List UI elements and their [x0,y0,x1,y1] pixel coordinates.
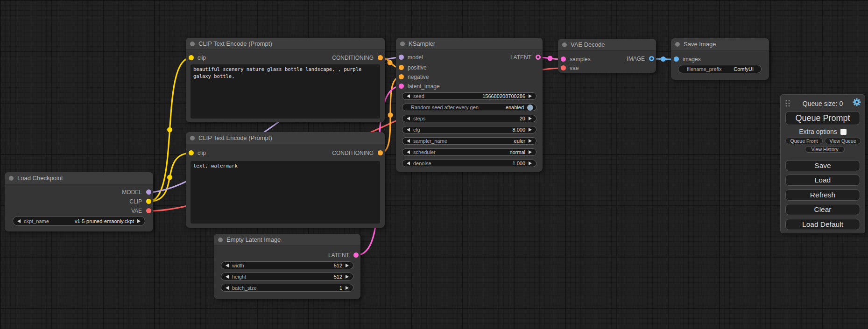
batch-size-widget[interactable]: batch_size 1 [221,284,353,292]
queue-front-button[interactable]: Queue Front [785,138,823,144]
node-title: CLIP Text Encode (Prompt) [198,38,272,50]
output-slot-model: MODEL [5,189,153,196]
toggle-knob-icon[interactable] [527,105,533,111]
denoise-widget[interactable]: denoise 1.000 [402,160,536,167]
node-title: KSampler [409,38,435,50]
positive-input-dot[interactable] [399,65,404,70]
scheduler-widget[interactable]: scheduler normal [402,148,536,156]
load-button[interactable]: Load [785,175,860,186]
node-title-bar[interactable]: VAE Decode [558,39,656,51]
node-title: Save Image [684,38,716,50]
filename-prefix-widget[interactable]: filename_prefix ComfyUI [678,65,762,73]
image-output-dot[interactable] [649,56,654,61]
link-midpoint-dot [661,56,666,62]
steps-widget[interactable]: steps 20 [402,115,536,122]
output-slot-conditioning: CONDITIONING [186,150,385,156]
extra-options-checkbox[interactable] [840,129,847,135]
decrement-arrow-icon[interactable] [226,286,229,290]
node-graph-canvas[interactable]: Load Checkpoint MODEL CLIP VAE ckpt_name… [0,0,868,329]
clear-button[interactable]: Clear [785,204,860,215]
vae-output-dot[interactable] [146,208,151,213]
increment-arrow-icon[interactable] [346,264,349,267]
node-title-bar[interactable]: Load Checkpoint [5,172,153,184]
decrement-arrow-icon[interactable] [17,219,21,223]
clip-output-dot[interactable] [146,199,151,204]
random-seed-toggle-widget[interactable]: Random seed after every gen enabled [402,104,536,111]
prompt-textarea[interactable]: text, watermark [191,161,380,224]
load-default-button[interactable]: Load Default [785,219,860,230]
increment-arrow-icon[interactable] [529,150,532,154]
collapse-dot-icon[interactable] [190,42,195,46]
latent-image-input-dot[interactable] [399,84,404,89]
collapse-dot-icon[interactable] [218,238,223,242]
seed-widget[interactable]: seed 156680208700286 [402,92,536,100]
vae-input-dot[interactable] [561,65,566,70]
view-queue-button[interactable]: View Queue [825,138,861,144]
height-widget[interactable]: height 512 [221,273,353,280]
sampler-name-widget[interactable]: sampler_name euler [402,137,536,145]
queue-prompt-button[interactable]: Queue Prompt [785,111,860,125]
decrement-arrow-icon[interactable] [407,150,410,154]
width-widget[interactable]: width 512 [221,261,353,269]
node-empty-latent-image[interactable]: Empty Latent Image LATENT width 512 heig… [214,234,360,299]
collapse-dot-icon[interactable] [562,42,567,47]
node-vae-decode[interactable]: VAE Decode samples IMAGE vae [558,39,656,73]
input-slot-vae: vae [558,65,656,71]
node-title: VAE Decode [571,39,605,51]
link-midpoint-dot [167,175,172,180]
link-midpoint-dot [388,60,393,65]
node-title-bar[interactable]: Empty Latent Image [214,234,360,246]
node-title: Load Checkpoint [17,172,63,184]
node-ksampler[interactable]: KSampler model LATENT positive negative … [396,38,543,172]
decrement-arrow-icon[interactable] [226,275,229,279]
decrement-arrow-icon[interactable] [226,264,229,267]
node-save-image[interactable]: Save Image images filename_prefix ComfyU… [671,38,769,80]
increment-arrow-icon[interactable] [529,117,532,120]
increment-arrow-icon[interactable] [137,219,141,223]
collapse-dot-icon[interactable] [190,136,195,140]
save-button[interactable]: Save [785,160,860,171]
increment-arrow-icon[interactable] [529,94,532,98]
input-slot-negative: negative [396,74,543,80]
decrement-arrow-icon[interactable] [407,94,410,98]
decrement-arrow-icon[interactable] [407,161,410,165]
prompt-textarea[interactable]: beautiful scenery nature glass bottle la… [191,64,380,119]
node-title-bar[interactable]: CLIP Text Encode (Prompt) [186,38,385,50]
increment-arrow-icon[interactable] [346,275,349,279]
link-midpoint-dot [548,56,553,61]
settings-gear-icon[interactable] [853,98,861,106]
refresh-button[interactable]: Refresh [785,189,860,201]
model-output-dot[interactable] [146,189,151,195]
decrement-arrow-icon[interactable] [407,128,410,132]
conditioning-output-dot[interactable] [378,55,383,60]
node-load-checkpoint[interactable]: Load Checkpoint MODEL CLIP VAE ckpt_name… [5,172,153,231]
output-slot-latent: LATENT [396,54,543,61]
collapse-dot-icon[interactable] [9,176,14,181]
negative-input-dot[interactable] [399,74,404,79]
latent-output-dot[interactable] [536,55,541,60]
extra-options-label: Extra options [799,128,837,135]
latent-output-dot[interactable] [353,252,359,258]
increment-arrow-icon[interactable] [529,128,532,132]
increment-arrow-icon[interactable] [529,161,532,165]
node-title-bar[interactable]: CLIP Text Encode (Prompt) [186,132,385,144]
node-title: CLIP Text Encode (Prompt) [198,132,272,144]
increment-arrow-icon[interactable] [529,139,532,143]
node-clip-text-encode-negative[interactable]: CLIP Text Encode (Prompt) clip CONDITION… [186,132,385,228]
decrement-arrow-icon[interactable] [407,117,410,120]
decrement-arrow-icon[interactable] [407,139,410,143]
collapse-dot-icon[interactable] [675,42,680,47]
collapse-dot-icon[interactable] [400,42,405,46]
node-title-bar[interactable]: Save Image [671,38,769,50]
view-history-button[interactable]: View History [805,146,845,153]
conditioning-output-dot[interactable] [378,150,383,155]
input-slot-latent-image: latent_image [396,83,543,90]
images-input-dot[interactable] [674,56,679,62]
cfg-widget[interactable]: cfg 8.000 [402,126,536,133]
increment-arrow-icon[interactable] [346,286,349,290]
queue-menu-panel[interactable]: Queue size: 0 Queue Prompt Extra options… [780,94,865,233]
node-title-bar[interactable]: KSampler [396,38,543,50]
ckpt-name-widget[interactable]: ckpt_name v1-5-pruned-emaonly.ckpt [13,216,145,226]
output-slot-conditioning: CONDITIONING [186,55,385,61]
node-clip-text-encode-positive[interactable]: CLIP Text Encode (Prompt) clip CONDITION… [186,38,385,122]
